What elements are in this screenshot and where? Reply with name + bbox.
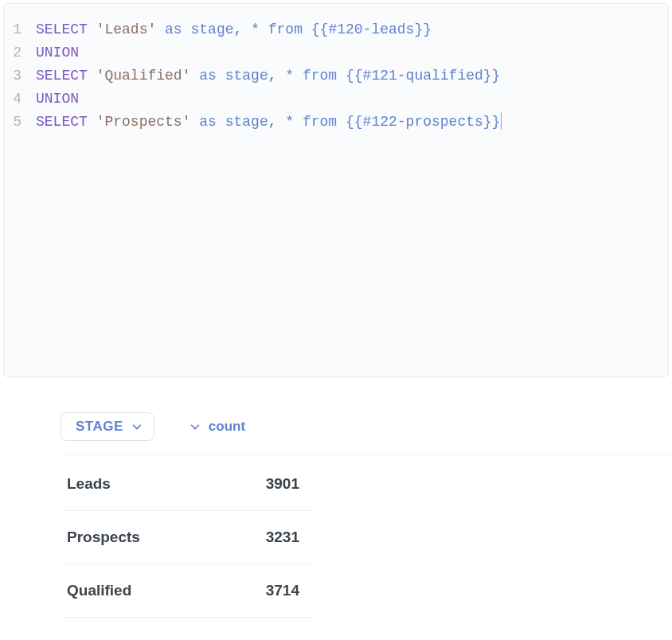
column-header-stage[interactable]: STAGE: [61, 412, 154, 441]
keyword-union: UNION: [36, 45, 79, 60]
cell-count: 3901: [220, 475, 299, 493]
keyword-as: as: [199, 68, 217, 84]
keyword-as: as: [199, 114, 217, 130]
line-number: 5: [9, 111, 21, 134]
identifier-stage: stage: [225, 114, 268, 130]
cell-stage: Leads: [61, 475, 220, 493]
cell-count: 3231: [220, 529, 299, 546]
keyword-from: from: [303, 114, 337, 130]
line-number-gutter: 1 2 3 4 5: [4, 4, 28, 377]
column-label: count: [209, 419, 245, 435]
sql-editor[interactable]: 1 2 3 4 5 SELECT 'Leads' as stage, * fro…: [3, 3, 669, 377]
chevron-down-icon: [131, 421, 143, 432]
keyword-from: from: [268, 21, 303, 37]
results-table: STAGE count Leads 3901 Prospects 3231 Qu…: [0, 377, 672, 618]
string-literal: 'Qualified': [96, 68, 191, 84]
table-header-row: STAGE count: [61, 406, 672, 455]
keyword-as: as: [165, 21, 182, 37]
string-literal: 'Prospects': [96, 114, 191, 130]
keyword-from: from: [303, 68, 337, 84]
line-number: 1: [9, 18, 21, 41]
cell-stage: Prospects: [61, 529, 220, 546]
identifier-stage: stage: [190, 21, 233, 37]
keyword-select: SELECT: [36, 114, 88, 130]
table-body: Leads 3901 Prospects 3231 Qualified 3714: [61, 458, 672, 618]
keyword-select: SELECT: [36, 68, 88, 84]
text-cursor: [501, 112, 502, 130]
identifier-stage: stage: [225, 68, 268, 84]
line-number: 4: [9, 88, 21, 111]
star: *: [251, 21, 260, 37]
cell-count: 3714: [220, 582, 299, 599]
cell-stage: Qualified: [61, 582, 220, 599]
line-number: 3: [9, 64, 21, 88]
column-header-count[interactable]: count: [185, 412, 250, 441]
code-area[interactable]: SELECT 'Leads' as stage, * from {{#120-l…: [28, 4, 510, 377]
chevron-down-icon: [189, 421, 201, 432]
template-ref: {{#122-prospects}}: [346, 114, 500, 130]
star: *: [285, 68, 294, 84]
table-row[interactable]: Qualified 3714: [61, 564, 312, 618]
table-row[interactable]: Prospects 3231: [61, 511, 312, 564]
template-ref: {{#121-qualified}}: [346, 68, 500, 84]
line-number: 2: [9, 41, 21, 64]
keyword-select: SELECT: [36, 21, 88, 37]
column-label: STAGE: [76, 419, 123, 435]
star: *: [285, 114, 294, 130]
keyword-union: UNION: [36, 91, 79, 107]
template-ref: {{#120-leads}}: [311, 21, 432, 37]
table-row[interactable]: Leads 3901: [61, 458, 312, 511]
string-literal: 'Leads': [96, 21, 157, 37]
